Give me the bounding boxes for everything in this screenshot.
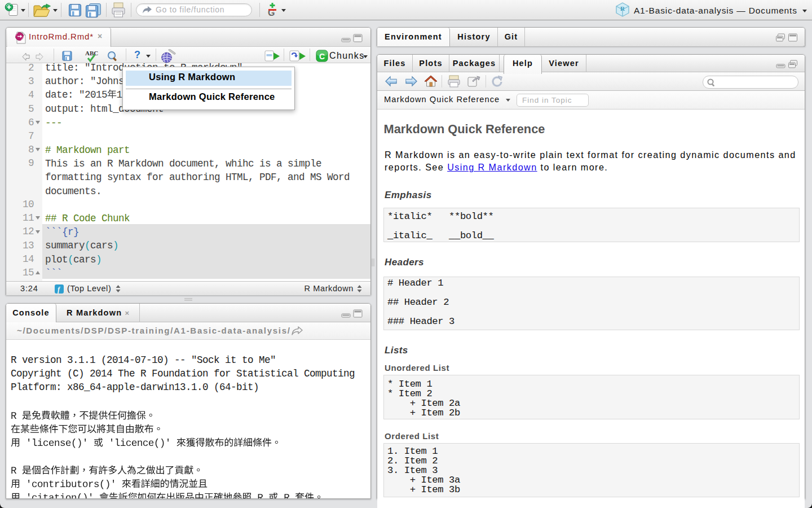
svg-text:ABC: ABC: [85, 50, 98, 56]
svg-text:R: R: [620, 5, 625, 12]
svg-text:C: C: [319, 52, 325, 61]
svg-text:f: f: [58, 286, 60, 294]
